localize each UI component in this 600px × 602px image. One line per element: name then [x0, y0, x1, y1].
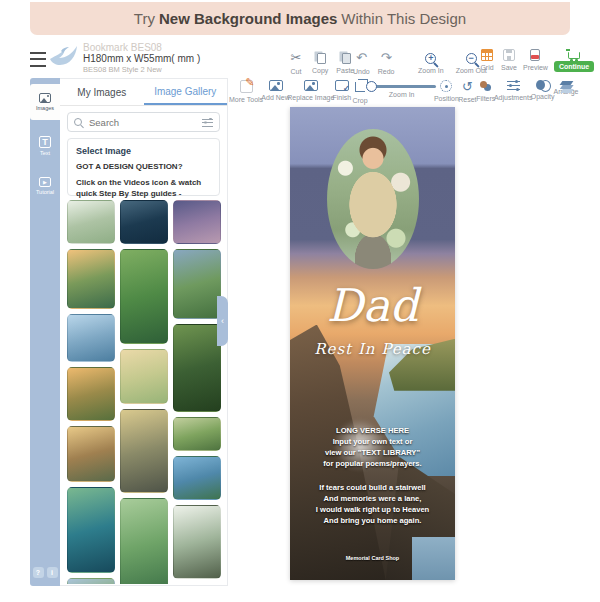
filters-button[interactable]: Filters: [477, 80, 494, 102]
gallery-column: [67, 200, 115, 584]
thumbnail-rainbow-mountain[interactable]: [173, 249, 221, 319]
undo-button[interactable]: Undo: [353, 51, 370, 75]
thumbnail-dark-lough[interactable]: [120, 200, 168, 244]
zoom-toolbar: Zoom In Zoom Out: [418, 52, 487, 74]
finish-check-icon: [335, 80, 349, 91]
grid-label: Grid: [480, 64, 493, 71]
zoom-slider-track[interactable]: [368, 85, 436, 88]
search-icon: [74, 118, 82, 126]
reset-label: Reset: [458, 96, 476, 103]
thumbnail-misty-lake-trees[interactable]: [67, 200, 115, 244]
panel-collapse-handle[interactable]: [217, 296, 228, 346]
opacity-button[interactable]: Opacity: [532, 80, 553, 100]
thumbnail-sunset-hill[interactable]: [67, 367, 115, 421]
thumbnail-golden-cliff-lake[interactable]: [67, 426, 115, 482]
history-toolbar: Undo Redo: [353, 51, 394, 75]
arrange-button[interactable]: Arrange: [555, 80, 577, 95]
zoom-slider[interactable]: Zoom In: [370, 80, 433, 98]
copy-button[interactable]: Copy: [312, 51, 328, 74]
help-button[interactable]: ?: [33, 567, 44, 578]
product-style: BES08 BM Style 2 New: [83, 64, 200, 75]
redo-icon: [379, 51, 393, 65]
pencil-square-icon: [240, 80, 253, 93]
cart-icon: [568, 52, 580, 59]
left-sidebar: Images Text Tutorial ? i: [30, 78, 60, 586]
thumbnail-sunset-cliff-river[interactable]: [67, 249, 115, 309]
thumbnail-waterfall-rocks[interactable]: [173, 505, 221, 579]
tab-image-gallery[interactable]: Image Gallery: [144, 79, 228, 105]
redo-button[interactable]: Redo: [378, 51, 395, 75]
thumbnail-sea-cliffs-green[interactable]: [67, 487, 115, 573]
menu-icon[interactable]: [30, 52, 46, 67]
bookmark-canvas[interactable]: Dad Rest In Peace LONG VERSE HERE Input …: [290, 107, 455, 580]
info-button[interactable]: i: [47, 567, 58, 578]
save-button[interactable]: Save: [501, 49, 517, 71]
portrait-photo-oval[interactable]: [327, 129, 419, 269]
sidebar-item-text[interactable]: Text: [30, 128, 60, 164]
sidebar-item-tutorial[interactable]: Tutorial: [30, 168, 60, 204]
zoom-slider-knob[interactable]: [366, 81, 377, 92]
thumbnail-coast-headland-blue[interactable]: [173, 456, 221, 500]
bookmark-footer-credit: Memorial Card Shop: [290, 555, 455, 561]
finish-label: Finish: [332, 94, 351, 101]
grid-icon: [481, 49, 493, 61]
promo-banner: Try New Background Images Within This De…: [30, 2, 570, 35]
cut-button[interactable]: Cut: [288, 51, 304, 75]
preview-label: Preview: [523, 64, 548, 71]
zoom-in-button[interactable]: Zoom In: [418, 52, 444, 74]
tab-my-images[interactable]: My Images: [60, 79, 144, 105]
product-dimensions: H180mm x W55mm( mm ): [83, 53, 200, 64]
paste-button[interactable]: Paste: [336, 51, 354, 74]
add-new-button[interactable]: Add New: [263, 80, 288, 101]
grid-button[interactable]: Grid: [479, 49, 495, 71]
bookmark-title-text[interactable]: Dad: [290, 279, 455, 332]
filter-icon[interactable]: [202, 118, 213, 127]
sidebar-bottom-buttons: ? i: [30, 567, 60, 578]
adjustments-button[interactable]: Adjustments: [496, 80, 530, 101]
more-tools-button[interactable]: More Tools: [231, 80, 261, 103]
position-button[interactable]: Position: [435, 80, 457, 102]
thumbnail-stream-forest[interactable]: [173, 324, 221, 412]
add-image-icon: [269, 80, 283, 91]
paste-label: Paste: [336, 67, 354, 74]
gallery-column: [173, 200, 221, 584]
scissors-icon: [289, 51, 303, 65]
preview-button[interactable]: Preview: [523, 49, 548, 71]
thumbnail-golden-blur-blossom[interactable]: [120, 349, 168, 404]
bookmark-verse-placeholder[interactable]: LONG VERSE HERE Input your own text or v…: [294, 425, 451, 469]
thumbnail-cliffs-storm[interactable]: [120, 409, 168, 493]
thumbnail-mountain-lake-blue[interactable]: [67, 314, 115, 362]
copy-icon: [317, 53, 326, 64]
verse2-line1: If tears could build a stairwell: [294, 482, 451, 493]
thumbnail-stone-wall-fields[interactable]: [173, 417, 221, 451]
continue-button[interactable]: Continue: [554, 49, 594, 72]
product-name: Bookmark BES08: [83, 42, 200, 53]
thumbnail-green-pasture-valley[interactable]: [120, 498, 168, 584]
thumbnail-glen-valley-lake[interactable]: [120, 249, 168, 344]
zoom-in-label: Zoom In: [418, 67, 444, 74]
add-new-label: Add New: [261, 94, 289, 101]
paste-icon: [342, 53, 351, 64]
search-input[interactable]: [87, 116, 197, 129]
sidebar-item-images[interactable]: Images: [30, 84, 60, 120]
undo-icon: [354, 51, 368, 65]
thumbnail-rainbow-field[interactable]: [67, 578, 115, 584]
verse2-line2: And memories were a lane,: [294, 493, 451, 504]
arrange-label: Arrange: [554, 88, 579, 95]
bookmark-verse-poem[interactable]: If tears could build a stairwell And mem…: [294, 482, 451, 526]
zoom-slider-label: Zoom In: [389, 91, 415, 98]
more-tools-label: More Tools: [229, 96, 263, 103]
reset-button[interactable]: Reset: [459, 80, 475, 103]
save-icon: [503, 49, 515, 61]
image-gallery-panel: My Images Image Gallery Select Image GOT…: [60, 78, 228, 586]
cut-label: Cut: [291, 68, 302, 75]
bookmark-subtitle-text[interactable]: Rest In Peace: [290, 340, 455, 358]
preview-icon: [530, 49, 540, 61]
replace-image-button[interactable]: Replace Image: [290, 80, 331, 101]
copy-label: Copy: [312, 67, 328, 74]
images-icon: [39, 93, 51, 103]
search-box[interactable]: [67, 112, 220, 132]
thumbnail-twilight-purple[interactable]: [173, 200, 221, 244]
finish-button[interactable]: Finish: [334, 80, 350, 101]
opacity-label: Opacity: [531, 93, 555, 100]
